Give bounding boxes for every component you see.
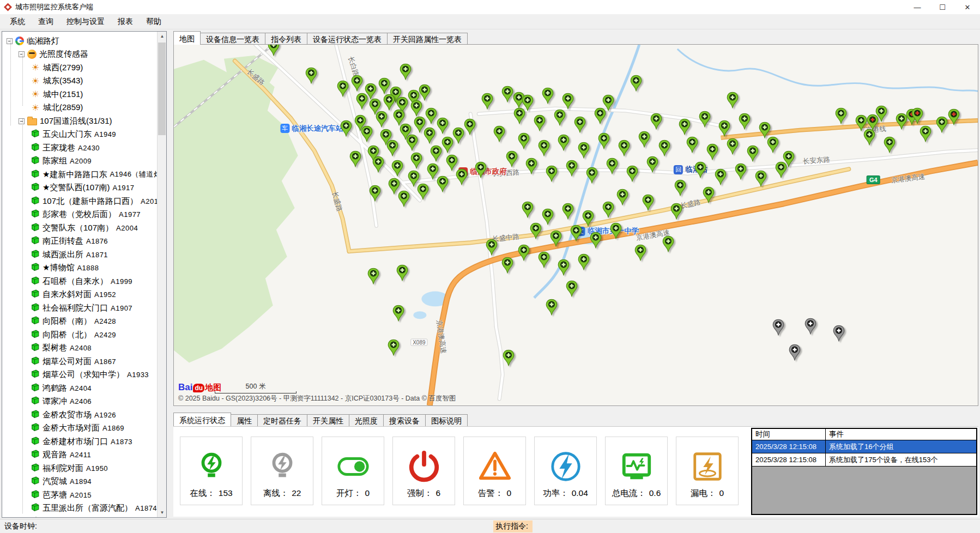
- device-marker-online[interactable]: [734, 163, 747, 182]
- device-marker-online[interactable]: [582, 210, 594, 229]
- menu-item-3[interactable]: 报表: [111, 15, 140, 28]
- tree-item-1-24[interactable]: 观音路A2411: [2, 449, 157, 462]
- device-marker-online[interactable]: [481, 93, 494, 112]
- device-marker-online[interactable]: [606, 158, 618, 177]
- device-marker-online[interactable]: [554, 109, 566, 128]
- device-marker-online[interactable]: [493, 125, 506, 144]
- device-marker-offline[interactable]: [832, 325, 845, 344]
- menu-item-4[interactable]: 帮助: [140, 15, 168, 28]
- device-marker-online[interactable]: [586, 167, 598, 186]
- tree-group-1[interactable]: 107国道沿线(31/31): [2, 114, 157, 128]
- tree-item-1-8[interactable]: 南正街转盘A1876: [2, 235, 157, 249]
- menu-item-2[interactable]: 控制与设置: [60, 15, 111, 28]
- device-marker-online[interactable]: [417, 183, 429, 202]
- device-marker-online[interactable]: [594, 107, 606, 126]
- tree-item-1-18[interactable]: 烟草公司（求知中学）A1933: [2, 368, 157, 382]
- device-marker-online[interactable]: [336, 80, 349, 99]
- tree-item-1-17[interactable]: 烟草公司对面A1867: [2, 355, 157, 368]
- device-marker-online[interactable]: [502, 349, 515, 368]
- tree-item-1-7[interactable]: 交警队东（107南）A2004: [2, 221, 157, 235]
- tree-item-0-1[interactable]: ☀城东(3543): [2, 75, 157, 88]
- device-marker-online[interactable]: [646, 156, 658, 175]
- device-marker-online[interactable]: [698, 111, 711, 130]
- tree-item-1-9[interactable]: 城西派出所A1871: [2, 248, 157, 262]
- main-tab-3[interactable]: 设备运行状态一览表: [307, 33, 388, 45]
- device-marker-offline[interactable]: [788, 344, 801, 363]
- device-marker-online[interactable]: [399, 63, 412, 82]
- bottom-tab-0[interactable]: 系统运行状态: [173, 413, 231, 426]
- device-marker-online[interactable]: [386, 140, 399, 159]
- device-marker-online[interactable]: [883, 136, 896, 155]
- maximize-button[interactable]: ☐: [930, 0, 955, 14]
- device-marker-online[interactable]: [529, 223, 542, 242]
- menu-item-1[interactable]: 查询: [32, 15, 60, 28]
- tree-item-1-27[interactable]: 芭茅塘A2015: [2, 488, 157, 502]
- device-marker-online[interactable]: [626, 165, 638, 184]
- main-tab-4[interactable]: 开关回路属性一览表: [387, 33, 468, 45]
- device-marker-alarm[interactable]: [911, 107, 924, 126]
- tree-collapse-icon[interactable]: [19, 118, 25, 124]
- device-marker-online[interactable]: [634, 244, 646, 263]
- device-marker-online[interactable]: [501, 257, 514, 276]
- bottom-tab-3[interactable]: 开关属性: [307, 414, 349, 426]
- bottom-tab-6[interactable]: 图标说明: [425, 414, 468, 426]
- tree-item-1-21[interactable]: 金桥农贸市场A1926: [2, 408, 157, 422]
- device-marker-online[interactable]: [406, 134, 418, 153]
- device-marker-online[interactable]: [678, 118, 691, 137]
- tree-item-1-12[interactable]: 自来水斜对面A1952: [2, 288, 157, 302]
- device-marker-online[interactable]: [715, 168, 727, 187]
- tree-item-1-15[interactable]: 向阳桥（北）A2429: [2, 328, 157, 342]
- device-marker-online[interactable]: [391, 160, 404, 179]
- tree-scrollbar[interactable]: ▲ ▼: [157, 32, 166, 517]
- bottom-tab-4[interactable]: 光照度: [349, 414, 384, 426]
- tree-item-1-6[interactable]: 彭家巷（党校后面）A1977: [2, 208, 157, 222]
- device-marker-alarm[interactable]: [866, 114, 879, 133]
- device-marker-online[interactable]: [522, 201, 534, 220]
- tree-item-1-11[interactable]: 石咀桥（自来水）A1999: [2, 275, 157, 288]
- device-marker-online[interactable]: [573, 116, 586, 135]
- device-marker-online[interactable]: [919, 125, 932, 144]
- main-tab-0[interactable]: 地图: [173, 31, 201, 45]
- device-marker-online[interactable]: [706, 143, 719, 162]
- device-marker-online[interactable]: [456, 168, 468, 187]
- device-marker-online[interactable]: [561, 203, 574, 222]
- tree-item-1-28[interactable]: 五里派出所（富源汽配）A1874: [2, 502, 157, 516]
- device-marker-online[interactable]: [410, 153, 423, 172]
- device-marker-online[interactable]: [718, 120, 731, 139]
- event-row-1[interactable]: 2025/3/28 12:15:08系统加载了175个设备，在线153个: [752, 453, 976, 467]
- tree-item-1-29[interactable]: 中石化加油站对面A1897: [2, 515, 157, 517]
- device-marker-online[interactable]: [541, 87, 554, 106]
- device-marker-online[interactable]: [546, 165, 558, 184]
- device-marker-online[interactable]: [630, 75, 643, 94]
- device-marker-online[interactable]: [485, 239, 498, 258]
- device-marker-online[interactable]: [618, 140, 631, 159]
- device-marker-online[interactable]: [638, 131, 650, 150]
- tree-item-1-1[interactable]: 王家珑巷A2430: [2, 141, 157, 155]
- close-button[interactable]: ✕: [955, 0, 980, 14]
- device-marker-online[interactable]: [372, 156, 384, 175]
- tree-item-1-14[interactable]: 向阳桥（南）A2428: [2, 315, 157, 329]
- tree-item-1-3[interactable]: ★建新中路路口东A1946（辅道灯）: [2, 168, 157, 181]
- device-marker-online[interactable]: [674, 179, 687, 198]
- device-marker-online[interactable]: [727, 138, 739, 157]
- device-marker-online[interactable]: [517, 132, 530, 152]
- device-marker-online[interactable]: [775, 161, 787, 180]
- device-marker-online[interactable]: [387, 339, 400, 358]
- device-marker-online[interactable]: [670, 203, 682, 222]
- device-marker-online[interactable]: [436, 117, 449, 136]
- device-marker-online[interactable]: [747, 145, 759, 164]
- device-marker-online[interactable]: [541, 208, 554, 227]
- device-marker-online[interactable]: [702, 186, 715, 205]
- scroll-thumb[interactable]: [158, 43, 166, 135]
- map-canvas[interactable]: 长白路长盛路长盛路长安西路长安东路京港线京港澳高速京港澳高速京港澳高速长盛中路长…: [173, 44, 978, 406]
- tree-item-1-23[interactable]: 金桥建材市场门口A1873: [2, 435, 157, 449]
- device-marker-alarm[interactable]: [947, 108, 960, 128]
- device-marker-online[interactable]: [602, 201, 614, 220]
- device-marker-online[interactable]: [392, 305, 404, 324]
- device-marker-online[interactable]: [766, 136, 779, 155]
- device-marker-online[interactable]: [463, 118, 476, 137]
- bottom-tab-5[interactable]: 搜索设备: [383, 414, 426, 426]
- tree-item-0-2[interactable]: ☀城中(2151): [2, 88, 157, 101]
- minimize-button[interactable]: —: [905, 0, 930, 14]
- device-marker-offline[interactable]: [804, 318, 817, 337]
